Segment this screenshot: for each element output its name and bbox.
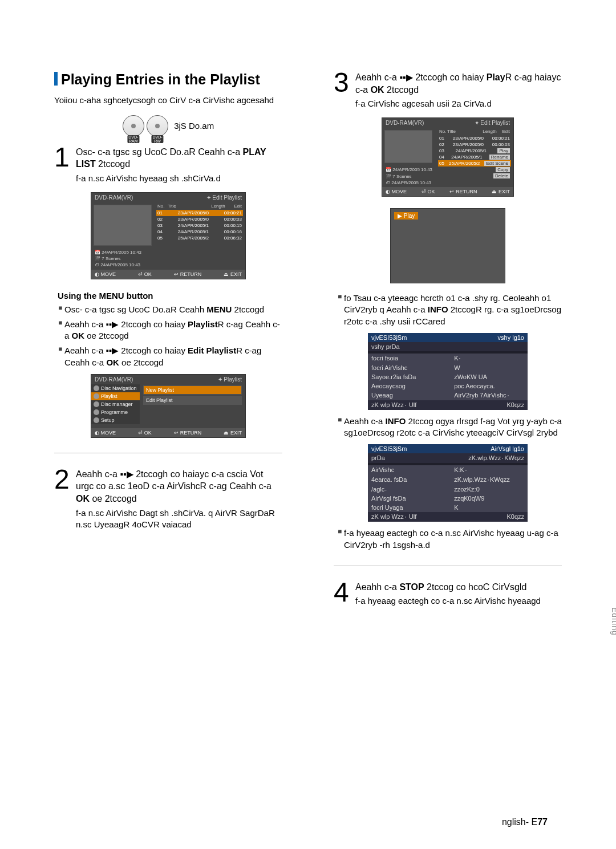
menu-subhead: Using the MENU button [58,291,282,300]
dvd-rw-icon: DVD-RW [147,115,168,137]
ctx-rename[interactable]: Rename [489,155,510,160]
side-item[interactable]: Programme [91,408,140,416]
side-item[interactable]: Disc Navigation [91,384,140,392]
osd-row[interactable]: 01 23/APR/2005/0 00:00:21 [156,210,243,216]
ctx-play[interactable]: Play [497,148,510,153]
section-title-text: Playing Entries in the Playlist [61,71,260,87]
playback-preview: ▶ Play [390,208,505,283]
osd-row[interactable]: 03 24/APR/2005/1 00:00:15 [156,222,243,229]
step-1: 1 Osc- c-a tgsc sg UcoC Do.aR Ceahh c-a … [54,146,282,184]
info-bullet: ◾f-a hyeaag eactegh co c-a n.sc AirVishc… [336,527,562,551]
step-2: 2 Aeahh c-a ▪▪▶ 2tccogh co haiayc c-a cs… [54,468,282,530]
media-icons: DVD-RAM DVD-RW 3jS Do.am [54,115,282,137]
osd-row[interactable]: 05 25/APR/2005/2 00:06:32 [156,235,243,241]
osd-edit-playlist-2: DVD-RAM(VR)✦ Edit Playlist 📅 24/APR/2005… [382,117,514,197]
step-3-number: 3 [334,71,351,94]
osd-thumbnail [384,130,432,163]
osd-row[interactable]: 02 23/APR/2005/0 00:00:03 [156,216,243,222]
step-1-number: 1 [54,146,71,169]
page-number: nglish- E77 [502,817,548,827]
osd-edit-playlist-1: DVD-RAM(VR)✦ Edit Playlist 📅 24/APR/2005… [91,192,246,279]
step-2-number: 2 [54,468,71,491]
title-accent-bar [54,72,58,86]
play-badge: ▶ Play [394,212,418,220]
side-item[interactable]: Setup [91,416,140,424]
info-bullet: ◾Aeahh c-a INFO 2tccog ogya rlrsgd f-ag … [336,416,562,439]
step-4: 4 Aeahh c-a STOP 2tccog co hcoC CirVsgld… [334,581,562,607]
side-item[interactable]: Playlist [91,392,140,400]
ctx-editscene[interactable]: Edit Scene [484,161,510,166]
section-description: Yoiiou c-aha sghcetycsogh co CirV c-a Ci… [54,95,282,106]
side-item[interactable]: Disc manager [91,400,140,408]
step-3-note: f-a CirVishc agcesah usii 2a CirVa.d [355,98,562,109]
panel-row[interactable]: Edit Playlist [143,396,242,405]
step-1-note: f-a n.sc AirVishc hyeaag sh .shCirVa.d [76,173,282,184]
osd-row[interactable]: 04 24/APR/2005/1 00:00:16 [156,229,243,235]
dvd-ram-icon: DVD-RAM [123,115,144,137]
menu-bullet: ◾Osc- c-a tgsc sg UcoC Do.aR Ceahh MENU … [56,304,282,315]
playing-info-table: vjvESI53jSmAirVsgl lg1o prDazK.wlp.Wzz٠K… [368,444,528,522]
disc-info-table: vjvESI53jSmvshy lg1o vshy prDa focri fso… [368,333,528,410]
divider [334,566,562,566]
menu-bullet: ◾Aeahh c-a ▪▪▶ 2tccogh co haiay Playlist… [56,319,282,342]
ctx-copy[interactable]: Copy [496,167,510,172]
section-title: Playing Entries in the Playlist [54,71,282,88]
panel-row[interactable]: New Playlist [143,385,242,395]
divider [54,453,282,453]
ctx-delete[interactable]: Delete [493,173,510,178]
menu-bullet: ◾Aeahh c-a ▪▪▶ 2tccogh co haiay Edit Pla… [56,345,282,368]
step-2-note: f-a n.sc AirVishc Dagt sh .shCirVa. q Ai… [76,507,282,531]
osd-thumbnail [94,205,152,246]
step-3: 3 Aeahh c-a ▪▪▶ 2tccogh co haiay PlayR c… [334,71,562,109]
step-4-note: f-a hyeaag eactegh co c-a n.sc AirVishc … [355,595,562,607]
section-side-tab: Editing [610,607,616,636]
step-4-number: 4 [334,581,351,604]
info-bullet: ◾fo Tsau c-a yteeagc hcrcth o1 c-a .shy … [336,293,562,327]
media-note: 3jS Do.am [174,121,214,131]
osd-menu: DVD-RAM(VR)✦ Playlist Disc Navigation Pl… [91,374,246,438]
